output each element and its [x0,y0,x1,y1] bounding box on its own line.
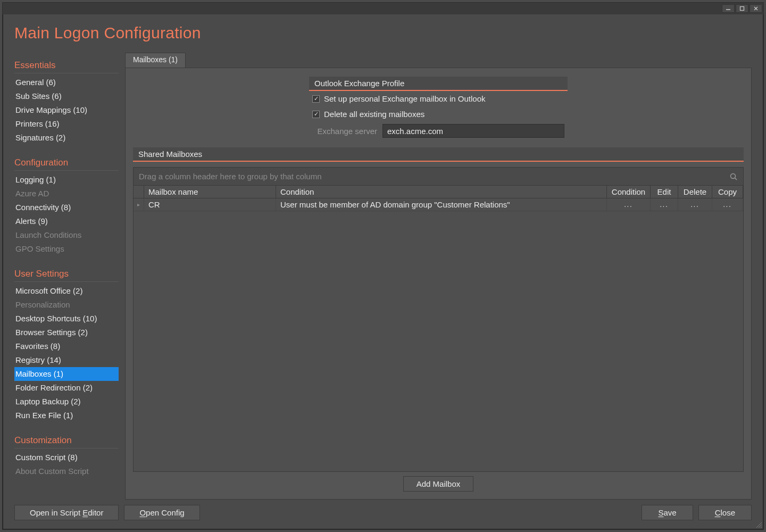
grid-group-panel[interactable]: Drag a column header here to group by th… [134,168,743,186]
sidebar-item: About Custom Script [14,464,119,478]
sidebar-item[interactable]: Alerts (9) [14,214,119,228]
cell-delete-button[interactable]: ... [678,198,712,211]
svg-rect-1 [740,7,744,11]
exchange-server-row: Exchange server [309,122,568,140]
footer: Open in Script Editor Open Config Save C… [14,500,752,525]
cell-name: CR [144,198,276,211]
tabs: Mailboxes (1) [125,53,752,68]
grid-col-name[interactable]: Mailbox name [144,186,276,198]
resize-grip-icon[interactable] [755,521,762,528]
sidebar-item[interactable]: Favorites (8) [14,339,119,353]
sidebar-section-header: Configuration [14,153,119,171]
sidebar: EssentialsGeneral (6)Sub Sites (6)Drive … [14,53,119,500]
checkbox-label: Delete all existing mailboxes [324,110,424,119]
minimize-button[interactable] [722,4,735,13]
checkbox-setup-mailbox[interactable]: ✓ Set up personal Exchange mailbox in Ou… [309,91,568,106]
svg-point-4 [731,173,736,178]
close-dialog-button[interactable]: Close [698,505,752,520]
sidebar-item: GPO Settings [14,242,119,256]
exchange-server-label: Exchange server [312,127,382,136]
panel-body: Outlook Exchange Profile ✓ Set up person… [125,68,752,500]
mailboxes-grid: Drag a column header here to group by th… [133,167,744,472]
search-icon[interactable] [729,172,738,181]
open-config-button[interactable]: Open Config [124,505,199,520]
outlook-profile-group: Outlook Exchange Profile ✓ Set up person… [309,77,568,140]
main-panel: Mailboxes (1) Outlook Exchange Profile ✓… [125,53,752,500]
sidebar-item[interactable]: Folder Redirection (2) [14,381,119,395]
page-title: Main Logon Configuration [14,24,752,42]
sidebar-item[interactable]: Mailboxes (1) [14,367,119,381]
sidebar-item: Personalization [14,298,119,312]
content: Main Logon Configuration EssentialsGener… [3,14,763,529]
row-indicator-icon: ▸ [134,198,144,211]
save-button[interactable]: Save [642,505,693,520]
grid-col-copy[interactable]: Copy [712,186,743,198]
sidebar-item[interactable]: Browser Settings (2) [14,326,119,339]
exchange-server-input[interactable] [382,124,564,138]
tab-mailboxes[interactable]: Mailboxes (1) [125,53,186,68]
sidebar-item[interactable]: Signatures (2) [14,131,119,145]
sidebar-item[interactable]: Drive Mappings (10) [14,103,119,117]
grid-col-delete[interactable]: Delete [678,186,712,198]
sidebar-item[interactable]: General (6) [14,76,119,89]
close-button[interactable] [750,4,762,13]
cell-copy-button[interactable]: ... [712,198,743,211]
grid-body: ▸CRUser must be member of AD domain grou… [134,198,743,471]
sidebar-section-header: Customization [14,431,119,448]
grid-group-hint: Drag a column header here to group by th… [139,172,322,181]
sidebar-section-header: Essentials [14,56,119,73]
sidebar-section-header: User Settings [14,264,119,282]
grid-col-handle [134,186,144,198]
sidebar-item[interactable]: Desktop Shortcuts (10) [14,312,119,326]
sidebar-item[interactable]: Logging (1) [14,173,119,187]
shared-mailboxes-group: Shared Mailboxes [133,147,744,162]
table-row[interactable]: ▸CRUser must be member of AD domain grou… [134,198,743,211]
sidebar-item[interactable]: Run Exe File (1) [14,409,119,422]
cell-condition-button[interactable]: ... [607,198,651,211]
add-mailbox-button[interactable]: Add Mailbox [403,476,474,492]
sidebar-item[interactable]: Sub Sites (6) [14,89,119,103]
grid-col-condition[interactable]: Condition [607,186,651,198]
cell-condition-text: User must be member of AD domain group "… [276,198,607,211]
open-script-editor-button[interactable]: Open in Script Editor [14,505,119,520]
svg-line-8 [761,527,762,528]
svg-line-5 [735,178,737,180]
sidebar-item[interactable]: Laptop Backup (2) [14,395,119,409]
maximize-button[interactable] [736,4,748,13]
cell-edit-button[interactable]: ... [651,198,678,211]
sidebar-item[interactable]: Custom Script (8) [14,451,119,464]
grid-col-condition-text[interactable]: Condition [276,186,607,198]
window: Main Logon Configuration EssentialsGener… [2,2,764,530]
checkbox-label: Set up personal Exchange mailbox in Outl… [324,94,486,103]
group-header-outlook: Outlook Exchange Profile [309,77,568,91]
sidebar-item[interactable]: Connectivity (8) [14,201,119,214]
checkmark-icon: ✓ [312,111,320,118]
sidebar-item: Azure AD [14,187,119,201]
checkmark-icon: ✓ [312,95,320,103]
sidebar-item[interactable]: Printers (16) [14,117,119,131]
titlebar [3,3,763,14]
sidebar-item: Launch Conditions [14,228,119,242]
sidebar-item[interactable]: Registry (14) [14,353,119,367]
sidebar-item[interactable]: Microsoft Office (2) [14,284,119,298]
grid-header: Mailbox name Condition Condition Edit De… [134,186,743,198]
grid-col-edit[interactable]: Edit [651,186,678,198]
checkbox-delete-existing[interactable]: ✓ Delete all existing mailboxes [309,106,568,122]
group-header-shared: Shared Mailboxes [133,147,744,162]
